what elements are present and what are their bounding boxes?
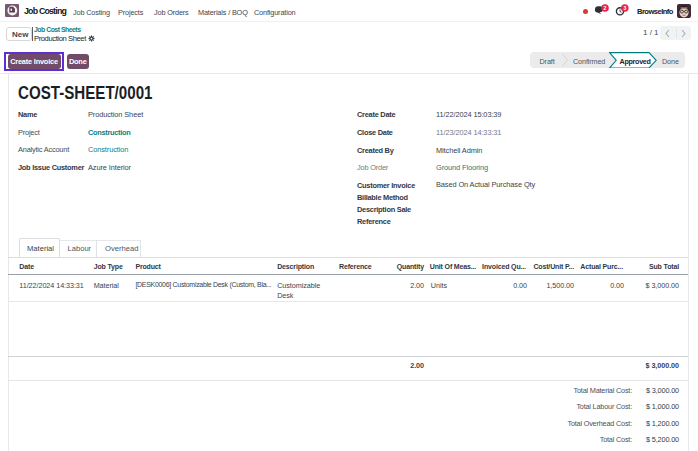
svg-text:3: 3 [623,5,626,11]
svg-text:2: 2 [604,5,607,11]
